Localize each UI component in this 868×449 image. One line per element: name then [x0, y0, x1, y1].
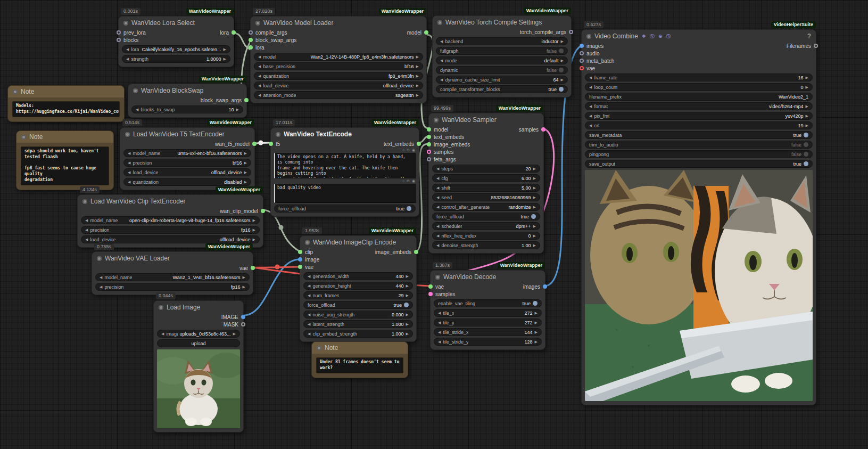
widget-force_offload[interactable]: force_offloadtrue [274, 205, 416, 213]
input-slot-image_embeds[interactable]: image_embeds [427, 142, 470, 148]
input-slot-model[interactable]: model [427, 127, 448, 133]
input-slot-vae[interactable]: vae [580, 66, 595, 71]
widget-save_metadata[interactable]: save_metadatatrue [585, 131, 813, 139]
collapse-dot-icon[interactable] [123, 21, 128, 26]
input-slot-t5[interactable]: t5 [269, 141, 280, 147]
input-slot-images[interactable]: images [580, 43, 604, 49]
left-arrow-icon[interactable]: ◀ [100, 274, 102, 281]
note-title-bar[interactable]: Note [8, 86, 124, 97]
load-t5-textencoder-node[interactable]: 0.514sWanVideoWrapperLoad WanVideo T5 Te… [120, 127, 255, 190]
toggle-knob[interactable] [404, 303, 409, 307]
left-arrow-icon[interactable]: ◀ [128, 159, 130, 166]
right-arrow-icon[interactable]: ▶ [243, 283, 245, 290]
widget-num_frames[interactable]: ◀num_frames29▶ [303, 291, 413, 299]
widget-pingpong[interactable]: pingpongfalse [585, 150, 813, 158]
right-arrow-icon[interactable]: ▶ [533, 175, 536, 182]
widget-tile_stride_y[interactable]: ◀tile_stride_y128▶ [434, 338, 542, 346]
widget-generation_height[interactable]: ◀generation_height440▶ [303, 282, 413, 290]
left-arrow-icon[interactable]: ◀ [85, 217, 88, 224]
widget-force_offload[interactable]: force_offloadtrue [303, 301, 413, 309]
left-arrow-icon[interactable]: ◀ [128, 169, 130, 176]
left-arrow-icon[interactable]: ◀ [589, 84, 592, 91]
note-text[interactable]: sdpa should work too, haven't tested fla… [21, 146, 109, 185]
widget-noise_aug_strength[interactable]: ◀noise_aug_strength0.000▶ [303, 311, 413, 319]
input-slot-feta_args[interactable]: feta_args [427, 157, 456, 162]
right-arrow-icon[interactable]: ▶ [533, 242, 536, 249]
input-slot-meta_batch[interactable]: meta_batch [580, 58, 614, 64]
collapse-dot-icon[interactable] [133, 88, 138, 93]
right-arrow-icon[interactable]: ▶ [224, 55, 226, 62]
left-arrow-icon[interactable]: ◀ [436, 175, 439, 182]
left-arrow-icon[interactable]: ◀ [436, 165, 439, 172]
collapse-dot-icon[interactable] [434, 118, 439, 123]
output-slot-IMAGE[interactable]: IMAGE [221, 314, 245, 320]
left-arrow-icon[interactable]: ◀ [126, 55, 129, 62]
left-arrow-icon[interactable]: ◀ [85, 226, 88, 233]
note-title-bar[interactable]: Note [312, 342, 408, 354]
widget-loop_count[interactable]: ◀loop_count0▶ [585, 83, 813, 91]
video-frame-preview[interactable] [585, 170, 813, 401]
widget-mode[interactable]: ◀modedefault▶ [436, 56, 568, 64]
output-slot-image_embeds[interactable]: image_embeds [375, 249, 418, 255]
node-title-bar[interactable]: WanVideo VAE Loader [92, 252, 253, 264]
input-slot-vae[interactable]: vae [428, 284, 444, 290]
widget-riflex_freq_index[interactable]: ◀riflex_freq_index0▶ [432, 232, 540, 240]
right-arrow-icon[interactable]: ▶ [416, 82, 419, 89]
toggle-knob[interactable] [804, 161, 808, 166]
right-arrow-icon[interactable]: ▶ [806, 74, 808, 81]
widget-model_name[interactable]: ◀model_nameWan2_1_VAE_bf16.safetensors▶ [95, 273, 250, 281]
left-arrow-icon[interactable]: ◀ [128, 150, 130, 157]
wanvideo-lora-select-node[interactable]: 0.001sWanVideoWrapperWanVideo Lora Selec… [118, 16, 234, 67]
input-slot-vae[interactable]: vae [298, 264, 313, 270]
widget-load_device[interactable]: ◀load_deviceoffload_device▶ [254, 81, 423, 89]
widget-format[interactable]: ◀formatvideo/h264-mp4▶ [585, 102, 813, 110]
widget-precision[interactable]: ◀precisionbf16▶ [123, 159, 251, 167]
left-arrow-icon[interactable]: ◀ [589, 103, 592, 110]
node-title-bar[interactable]: Load WanVideo T5 TextEncoder [120, 128, 254, 140]
widget-enable_vae_tiling[interactable]: enable_vae_tilingtrue [434, 299, 542, 307]
right-arrow-icon[interactable]: ▶ [244, 178, 247, 185]
upload-button[interactable]: upload [157, 339, 240, 347]
wanvideo-blockswap-node[interactable]: WanVideoWrapperWanVideo BlockSwapblock_s… [128, 84, 247, 118]
left-arrow-icon[interactable]: ◀ [436, 223, 439, 230]
reroute-dot-t5[interactable] [259, 141, 263, 145]
right-arrow-icon[interactable]: ▶ [533, 165, 536, 172]
load-image-node[interactable]: 0.044sLoad ImageIMAGEMASK◀imageuploads_0… [153, 300, 244, 432]
collapse-dot-icon[interactable] [159, 305, 163, 310]
node-title-bar[interactable]: WanVideo ImageClip Encode [300, 236, 416, 248]
input-slot-samples[interactable]: samples [427, 149, 453, 155]
left-arrow-icon[interactable]: ◀ [438, 309, 441, 316]
collapse-dot-icon[interactable] [255, 21, 260, 26]
widget-load_device[interactable]: ◀load_deviceoffload_device▶ [81, 235, 260, 243]
widget-save_output[interactable]: save_outputtrue [585, 160, 813, 168]
wanvideo-model-loader-node[interactable]: 27.820sWanVideoWrapperWanVideo Model Loa… [250, 16, 427, 103]
wanvideo-sampler-node[interactable]: 99.499sWanVideoWrapperWanVideo Samplermo… [428, 113, 544, 254]
right-arrow-icon[interactable]: ▶ [416, 53, 419, 60]
output-slot-lora[interactable]: lora [220, 30, 236, 36]
left-arrow-icon[interactable]: ◀ [589, 74, 592, 81]
right-arrow-icon[interactable]: ▶ [224, 46, 226, 53]
right-arrow-icon[interactable]: ▶ [233, 330, 236, 337]
right-arrow-icon[interactable]: ▶ [243, 274, 245, 281]
right-arrow-icon[interactable]: ▶ [244, 169, 247, 176]
input-slot-prev_lora[interactable]: prev_lora [117, 30, 146, 36]
widget-precision[interactable]: ◀precisionfp16▶ [95, 283, 250, 291]
right-arrow-icon[interactable]: ▶ [533, 223, 536, 230]
input-slot-image[interactable]: image [298, 257, 319, 263]
input-slot-compile_args[interactable]: compile_args [249, 30, 287, 36]
video-combine-node[interactable]: 0.527sVideoHelperSuiteVideo Combine❖Ⓥ⊕Ⓢ?… [581, 29, 816, 405]
load-clip-textencoder-node[interactable]: 4.134sWanVideoWrapperLoad WanVideo Clip … [77, 194, 263, 248]
widget-load_device[interactable]: ◀load_deviceoffload_device▶ [123, 168, 251, 176]
widget-base_precision[interactable]: ◀base_precisionbf16▶ [254, 62, 423, 70]
widget-frame_rate[interactable]: ◀frame_rate16▶ [585, 74, 813, 81]
positive_prompt-textarea[interactable]: The video opens on a cat. A knife, held … [274, 153, 416, 178]
collapse-dot-icon[interactable] [437, 20, 442, 25]
right-arrow-icon[interactable]: ▶ [533, 194, 536, 201]
note-text[interactable]: Under 81 frames doesn't seem to work? [316, 357, 403, 373]
left-arrow-icon[interactable]: ◀ [438, 319, 441, 326]
right-arrow-icon[interactable]: ▶ [535, 309, 538, 316]
left-arrow-icon[interactable]: ◀ [436, 184, 439, 191]
right-arrow-icon[interactable]: ▶ [533, 203, 536, 210]
left-arrow-icon[interactable]: ◀ [308, 330, 310, 337]
widget-lora[interactable]: ◀loraCakeify\cakeify_16_epochs.safeten..… [122, 45, 230, 53]
